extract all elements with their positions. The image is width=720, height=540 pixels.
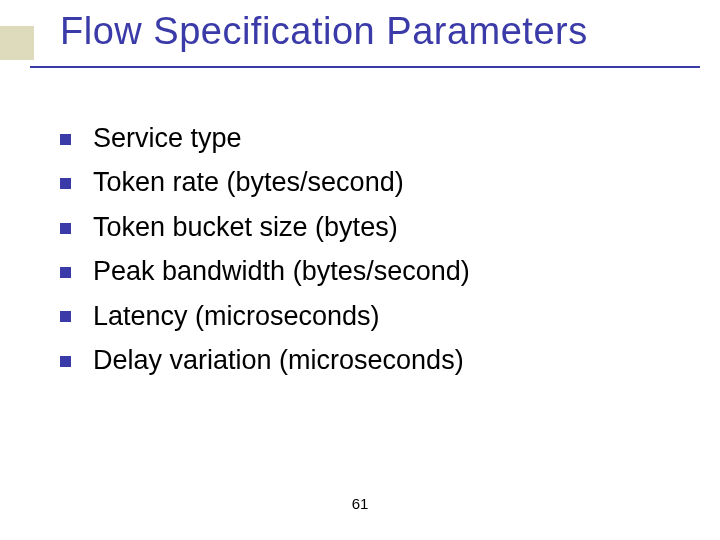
square-bullet-icon — [60, 178, 71, 189]
accent-block — [0, 26, 34, 60]
page-number: 61 — [0, 495, 720, 512]
list-item-text: Delay variation (microseconds) — [93, 342, 464, 378]
content-area: Service type Token rate (bytes/second) T… — [60, 120, 690, 387]
list-item: Delay variation (microseconds) — [60, 342, 690, 378]
square-bullet-icon — [60, 356, 71, 367]
list-item: Peak bandwidth (bytes/second) — [60, 253, 690, 289]
title-underline — [30, 66, 700, 68]
list-item: Token rate (bytes/second) — [60, 164, 690, 200]
square-bullet-icon — [60, 267, 71, 278]
square-bullet-icon — [60, 223, 71, 234]
list-item-text: Token bucket size (bytes) — [93, 209, 398, 245]
list-item: Service type — [60, 120, 690, 156]
list-item-text: Service type — [93, 120, 242, 156]
list-item-text: Peak bandwidth (bytes/second) — [93, 253, 470, 289]
page-title: Flow Specification Parameters — [60, 10, 710, 53]
square-bullet-icon — [60, 134, 71, 145]
list-item: Token bucket size (bytes) — [60, 209, 690, 245]
list-item-text: Latency (microseconds) — [93, 298, 380, 334]
bullet-list: Service type Token rate (bytes/second) T… — [60, 120, 690, 379]
list-item-text: Token rate (bytes/second) — [93, 164, 404, 200]
square-bullet-icon — [60, 311, 71, 322]
list-item: Latency (microseconds) — [60, 298, 690, 334]
title-wrap: Flow Specification Parameters — [60, 10, 710, 53]
